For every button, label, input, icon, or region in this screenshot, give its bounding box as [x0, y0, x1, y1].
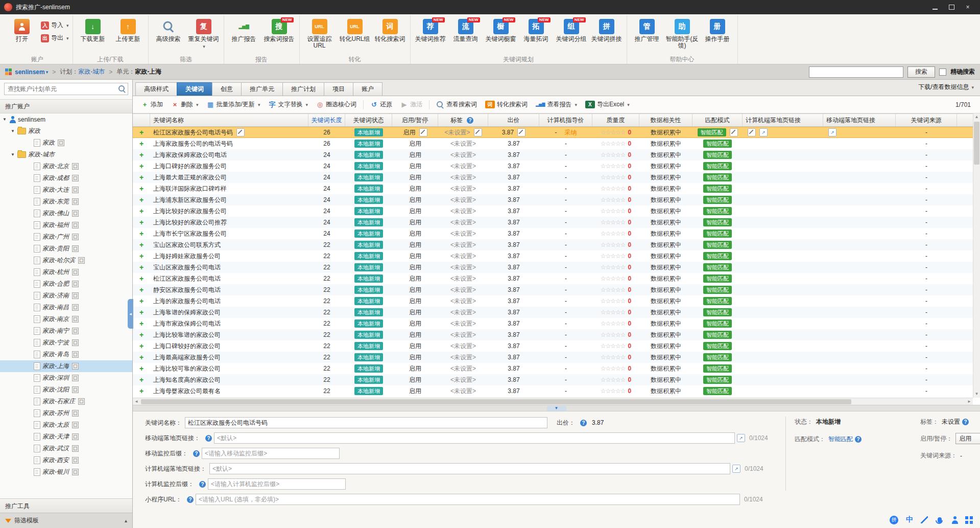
ime-user-icon[interactable] — [951, 516, 958, 524]
tree-item-plan[interactable]: 家政-太原 — [0, 419, 132, 431]
tree-item-plan[interactable]: 家政-合肥 — [0, 278, 132, 290]
mobile-landing-input[interactable] — [214, 432, 735, 444]
column-header[interactable]: 计算机指导价 — [539, 114, 592, 126]
sidebar-tools-bar[interactable]: 推广工具 — [0, 498, 132, 513]
table-row[interactable]: +上海家政保姆家政公司电话24本地新增启用<未设置>3.87-☆☆☆☆☆0数据积… — [133, 149, 973, 160]
export-button[interactable]: 出 导出 ▾ — [41, 34, 69, 42]
tree-item-plan[interactable]: 家政-西安 — [0, 454, 132, 466]
tree-item-plan[interactable]: 家政-贵阳 — [0, 243, 132, 255]
help-icon[interactable]: ? — [467, 117, 473, 124]
scroll-up-icon[interactable]: ▲ — [973, 113, 980, 121]
open-link-icon[interactable]: ↗ — [828, 128, 836, 136]
expand-arrow-icon[interactable]: ▼ — [10, 129, 15, 133]
table-row[interactable]: +宝山区家政公司联系方式22本地新增启用<未设置>3.87-☆☆☆☆☆0数据积累… — [133, 239, 973, 250]
table-row[interactable]: +静安区家政服务公司电话22本地新增启用<未设置>3.87-☆☆☆☆☆0数据积累… — [133, 284, 973, 295]
tab-账户[interactable]: 账户 — [353, 82, 383, 96]
open-link-icon[interactable]: ↗ — [759, 128, 768, 136]
scrollbar-thumb[interactable] — [974, 122, 979, 165]
tree-item-plan[interactable]: 家政-北京 — [0, 160, 132, 172]
open-link-icon[interactable]: ↗ — [737, 434, 745, 442]
dropdown-caret-icon[interactable]: ▾ — [46, 70, 49, 75]
column-header[interactable]: 计算机端落地页链接 — [743, 114, 823, 126]
edit-icon[interactable] — [419, 128, 427, 136]
add-keyword-icon[interactable]: + — [139, 365, 144, 372]
add-keyword-icon[interactable]: + — [139, 129, 144, 136]
column-header[interactable]: 启用/暂停 — [392, 114, 438, 126]
table-row[interactable]: +上海口碑好的家政服务公司24本地新增启用<未设置>3.87-☆☆☆☆☆0数据积… — [133, 160, 973, 172]
tree-item-plan[interactable]: 家政-宁波 — [0, 337, 132, 349]
batch-add-update-button[interactable]: ▦批量添加/更新▾ — [203, 99, 265, 110]
add-keyword-icon[interactable]: + — [139, 387, 144, 395]
help-icon[interactable]: ? — [962, 419, 969, 425]
add-keyword-icon[interactable]: + — [139, 286, 144, 293]
table-row[interactable]: +上海好姆娃家政服务公司22本地新增启用<未设置>3.87-☆☆☆☆☆0数据积累… — [133, 250, 973, 262]
breadcrumb-account[interactable]: senlinsem — [15, 68, 45, 76]
upload-update-button[interactable]: ↑上传更新 — [111, 17, 146, 44]
pc-landing-input[interactable] — [209, 463, 730, 474]
pc-suffix-input[interactable] — [208, 478, 346, 490]
import-button[interactable]: 入 导入 ▾ — [41, 21, 69, 30]
add-keyword-icon[interactable]: + — [139, 297, 144, 305]
table-row[interactable]: +上海比较可靠的家政公司22本地新增启用<未设置>3.87-☆☆☆☆☆0数据积累… — [133, 363, 973, 374]
help-icon[interactable]: ? — [205, 435, 212, 442]
tree-item-plan[interactable]: 家政-武汉 — [0, 443, 132, 454]
table-row[interactable]: +上海浦东新区家政服务公司24本地新增启用<未设置>3.87-☆☆☆☆☆0数据积… — [133, 194, 973, 205]
export-excel-button[interactable]: X导出Excel▾ — [581, 99, 634, 110]
table-row[interactable]: +上海最大最正规的家政公司24本地新增启用<未设置>3.87-☆☆☆☆☆0数据积… — [133, 172, 973, 183]
sidebar-filter-template-bar[interactable]: 筛选模板 ▴ — [0, 513, 132, 528]
set-tracking-url-button[interactable]: URL设置追踪URL — [302, 17, 337, 51]
column-header[interactable]: 关键词来源 — [896, 114, 957, 126]
tree-item-plan[interactable]: 家政-石家庄 — [0, 396, 132, 407]
add-keyword-icon[interactable]: + — [139, 354, 144, 361]
tree-item-plan[interactable]: 家政-南京 — [0, 313, 132, 325]
tree-item-plan[interactable]: 家政-济南 — [0, 290, 132, 302]
tree-item-plan[interactable]: 家政-深圳 — [0, 372, 132, 384]
column-header[interactable]: 关键词长度 — [308, 114, 345, 126]
tab-项目[interactable]: 项目 — [324, 82, 353, 96]
tab-推广单元[interactable]: 推广单元 — [241, 82, 283, 96]
tree-group[interactable]: ▼家政 — [0, 125, 132, 137]
table-row[interactable]: +松江区家政服务公司电话22本地新增启用<未设置>3.87-☆☆☆☆☆0数据积累… — [133, 273, 973, 284]
table-header[interactable]: 关键词名称关键词长度关键词状态启用/暂停标签?出价计算机指导价质量度数据相关性匹… — [133, 113, 973, 127]
keyword-recommend-button[interactable]: 荐NEW关键词推荐 — [413, 17, 448, 44]
tree-item-plan[interactable]: 家政-苏州 — [0, 407, 132, 419]
open-account-button[interactable]: 打开 — [5, 17, 39, 44]
add-keyword-icon[interactable]: + — [139, 163, 144, 170]
edit-icon[interactable] — [730, 128, 738, 136]
download-view-data-link[interactable]: 下载/查看数据信息 ▾ — [918, 83, 980, 96]
column-header[interactable]: 标签? — [438, 114, 488, 126]
restore-button[interactable]: ↺还原 — [366, 99, 396, 110]
ime-menu-icon[interactable] — [965, 516, 973, 524]
edit-icon[interactable] — [748, 128, 756, 136]
scroll-left-icon[interactable]: ◄ — [133, 399, 140, 404]
add-keyword-icon[interactable]: + — [139, 219, 144, 226]
tree-group[interactable]: ▼家政-城市 — [0, 149, 132, 160]
keyword-grouping-button[interactable]: 组NEW关键词分组 — [554, 17, 589, 44]
conversion-url-group-button[interactable]: URL转化URL组 — [338, 17, 372, 44]
collapse-up-icon[interactable]: ▴ — [125, 518, 127, 523]
help-icon[interactable]: ? — [580, 420, 587, 426]
tab-高级样式[interactable]: 高级样式 — [135, 82, 177, 96]
column-header[interactable]: 出价 — [488, 114, 539, 126]
sidebar-collapse-handle[interactable]: ◂ — [128, 299, 133, 329]
table-row[interactable]: +上海市家政保姆公司电话22本地新增启用<未设置>3.87-☆☆☆☆☆0数据积累… — [133, 318, 973, 329]
tree-item-plan[interactable]: 家政-大连 — [0, 184, 132, 196]
table-row[interactable]: +上海比较好的家政服务公司24本地新增启用<未设置>3.87-☆☆☆☆☆0数据积… — [133, 205, 973, 217]
tree-item-plan[interactable]: 家政-天津 — [0, 431, 132, 443]
keyword-splicing-button[interactable]: 拼关键词拼接 — [589, 17, 624, 44]
add-keyword-icon[interactable]: + — [139, 241, 144, 248]
table-row[interactable]: +上海的家政服务公司电话22本地新增启用<未设置>3.87-☆☆☆☆☆0数据积累… — [133, 295, 973, 307]
maximize-button[interactable] — [943, 1, 960, 13]
global-search-input[interactable] — [809, 66, 903, 78]
scrollbar-thumb[interactable] — [141, 399, 851, 404]
adopt-price-button[interactable]: 采纳 — [565, 128, 577, 137]
ime-pinyin-icon[interactable]: 拼 — [890, 516, 898, 524]
keyword-showcase-button[interactable]: 橱NEW关键词橱窗 — [484, 17, 518, 44]
add-keyword-icon[interactable]: + — [139, 309, 144, 316]
help-icon[interactable]: ? — [199, 481, 206, 488]
add-button[interactable]: +添加 — [137, 99, 167, 110]
vertical-scrollbar[interactable]: ▲ ▼ — [973, 113, 980, 398]
view-search-terms-button[interactable]: 查看搜索词 — [432, 99, 481, 110]
tree-item-plan[interactable]: 家政-银川 — [0, 466, 132, 478]
download-update-button[interactable]: ↓下载更新 — [76, 17, 110, 44]
